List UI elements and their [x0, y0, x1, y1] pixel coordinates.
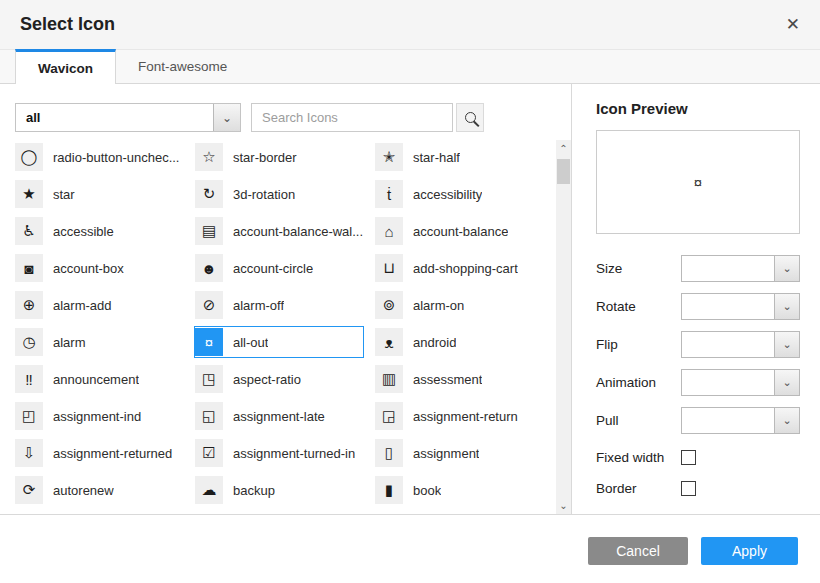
accessible-icon: ♿ [15, 217, 43, 245]
icon-list-item[interactable]: ⊘alarm-off [194, 289, 364, 321]
scrollbar-thumb[interactable] [557, 159, 570, 184]
icon-list-item[interactable]: ◲assignment-return [374, 400, 544, 432]
icon-list-item[interactable]: ☁backup [194, 474, 364, 506]
alarm-icon: ◷ [15, 328, 43, 356]
icon-list-item[interactable]: ᴥandroid [374, 326, 544, 358]
icon-list-item[interactable]: ◷alarm [14, 326, 184, 358]
icon-list-item[interactable]: ⌂account-balance [374, 215, 544, 247]
icon-name-label: assessment [413, 372, 482, 387]
icon-name-label: autorenew [53, 483, 114, 498]
icon-list-item[interactable]: ↻3d-rotation [194, 178, 364, 210]
scrollbar[interactable]: ⌃ ⌄ [556, 140, 571, 514]
animation-select[interactable]: ⌄ [681, 369, 800, 396]
icon-list-item[interactable]: ☆star-border [194, 141, 364, 173]
rotate-select[interactable]: ⌄ [681, 293, 800, 320]
setting-row-rotate: Rotate⌄ [596, 293, 800, 320]
flip-select[interactable]: ⌄ [681, 331, 800, 358]
category-select-value: all [16, 110, 40, 125]
icon-list-item-selected[interactable]: ¤all-out [194, 326, 364, 358]
icon-list-item[interactable]: ♿accessible [14, 215, 184, 247]
chevron-down-icon[interactable]: ⌄ [774, 332, 799, 357]
icon-name-label: alarm-off [233, 298, 284, 313]
tab-bar: Wavicon Font-awesome [0, 50, 820, 84]
search-input[interactable] [251, 103, 453, 132]
cancel-button[interactable]: Cancel [588, 537, 688, 565]
icon-list-item[interactable]: ◯radio-button-unchec... [14, 141, 184, 173]
icon-list-item[interactable]: ◳aspect-ratio [194, 363, 364, 395]
icon-list-item[interactable]: ⊚alarm-on [374, 289, 544, 321]
chevron-down-icon[interactable]: ⌄ [774, 294, 799, 319]
icon-list-item[interactable]: ⟳autorenew [14, 474, 184, 506]
icon-list-item[interactable]: ▮book [374, 474, 544, 506]
fixed-width-checkbox[interactable] [681, 450, 696, 465]
icon-list-item[interactable]: ★star [14, 178, 184, 210]
icon-name-label: account-box [53, 261, 124, 276]
tab-wavicon[interactable]: Wavicon [15, 49, 116, 84]
tab-font-awesome[interactable]: Font-awesome [116, 49, 249, 83]
icon-list-item[interactable]: ☑assignment-turned-in [194, 437, 364, 469]
3d-rotation-icon: ↻ [195, 180, 223, 208]
icon-name-label: assignment-late [233, 409, 325, 424]
icon-checkbox-rows: Fixed widthBorder [596, 450, 800, 496]
icon-list-item[interactable]: ▤account-balance-wal... [194, 215, 364, 247]
category-select[interactable]: all ⌄ [15, 103, 241, 132]
pull-select[interactable]: ⌄ [681, 407, 800, 434]
icon-name-label: add-shopping-cart [413, 261, 518, 276]
icon-list-item[interactable]: ◱assignment-late [194, 400, 364, 432]
border-checkbox[interactable] [681, 481, 696, 496]
icon-name-label: star-border [233, 150, 297, 165]
close-icon[interactable]: ✕ [786, 16, 800, 33]
setting-row-flip: Flip⌄ [596, 331, 800, 358]
star-half-icon: ✭ [375, 143, 403, 171]
preview-icon: ¤ [694, 174, 702, 191]
autorenew-icon: ⟳ [15, 476, 43, 504]
size-select[interactable]: ⌄ [681, 255, 800, 282]
search-button[interactable] [456, 103, 484, 132]
setting-row-size: Size⌄ [596, 255, 800, 282]
icon-name-label: announcement [53, 372, 139, 387]
icon-name-label: radio-button-unchec... [53, 150, 179, 165]
radio-button-unchec-icon: ◯ [15, 143, 43, 171]
icon-name-label: star [53, 187, 75, 202]
assignment-icon: ▯ [375, 439, 403, 467]
icon-list-item[interactable]: ◰assignment-ind [14, 400, 184, 432]
icon-list-item[interactable]: ◙account-box [14, 252, 184, 284]
search-box [251, 103, 484, 132]
alarm-on-icon: ⊚ [375, 291, 403, 319]
apply-button[interactable]: Apply [701, 537, 798, 565]
icon-list-item[interactable]: ⇩assignment-returned [14, 437, 184, 469]
icon-preview-box: ¤ [596, 130, 800, 234]
icon-list-item[interactable]: ⊔add-shopping-cart [374, 252, 544, 284]
star-border-icon: ☆ [195, 143, 223, 171]
icon-list-item[interactable]: ‼announcement [14, 363, 184, 395]
icon-name-label: assignment [413, 446, 479, 461]
setting-row-pull: Pull⌄ [596, 407, 800, 434]
icon-list-item[interactable]: ▯assignment [374, 437, 544, 469]
star-icon: ★ [15, 180, 43, 208]
icon-list-item[interactable]: ṫaccessibility [374, 178, 544, 210]
setting-label: Rotate [596, 299, 681, 314]
chevron-down-icon[interactable]: ⌄ [213, 104, 240, 131]
chevron-down-icon[interactable]: ⌄ [774, 370, 799, 395]
icon-list-item[interactable]: ✭star-half [374, 141, 544, 173]
icon-name-label: aspect-ratio [233, 372, 301, 387]
icon-name-label: assignment-ind [53, 409, 141, 424]
scrollbar-up-icon[interactable]: ⌃ [556, 141, 571, 156]
alarm-add-icon: ⊕ [15, 291, 43, 319]
setting-row-animation: Animation⌄ [596, 369, 800, 396]
icon-list-item[interactable]: ▥assessment [374, 363, 544, 395]
icon-name-label: alarm [53, 335, 86, 350]
chevron-down-icon[interactable]: ⌄ [774, 256, 799, 281]
icon-list-item[interactable]: ⊕alarm-add [14, 289, 184, 321]
checkbox-label: Fixed width [596, 450, 681, 465]
account-circle-icon: ☻ [195, 254, 223, 282]
chevron-down-icon[interactable]: ⌄ [774, 408, 799, 433]
assignment-return-icon: ◲ [375, 402, 403, 430]
icon-name-label: alarm-on [413, 298, 464, 313]
scrollbar-down-icon[interactable]: ⌄ [556, 498, 571, 513]
icon-name-label: assignment-turned-in [233, 446, 355, 461]
setting-label: Flip [596, 337, 681, 352]
icon-list-item[interactable]: ☻account-circle [194, 252, 364, 284]
icon-name-label: assignment-returned [53, 446, 172, 461]
icon-grid: ◯radio-button-unchec...☆star-border✭star… [0, 132, 571, 506]
